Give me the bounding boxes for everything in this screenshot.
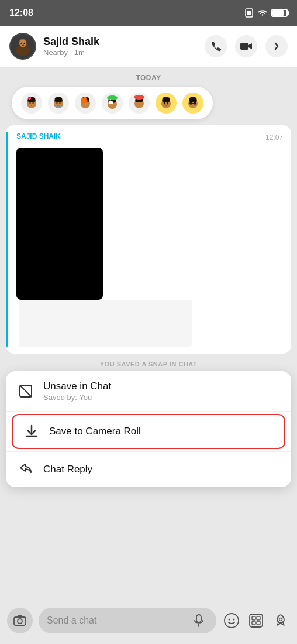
svg-point-6: [19, 40, 26, 47]
camera-button[interactable]: [7, 608, 33, 633]
svg-rect-46: [250, 614, 263, 627]
svg-rect-1: [247, 11, 251, 15]
svg-point-40: [18, 619, 22, 624]
reaction-bar: [12, 87, 213, 119]
svg-point-44: [229, 619, 230, 621]
mic-svg-icon: [194, 614, 204, 627]
video-icon: [240, 42, 253, 51]
reply-text: Chat Reply: [43, 464, 279, 475]
svg-point-51: [279, 618, 282, 621]
status-bar: 12:08: [0, 0, 297, 26]
svg-point-43: [225, 614, 239, 628]
sticker-button[interactable]: [247, 611, 265, 630]
bottom-bar: Send a chat: [0, 597, 297, 644]
reaction-fire[interactable]: [74, 91, 97, 115]
chat-input-container[interactable]: Send a chat: [39, 608, 216, 633]
save-camera-icon: [23, 423, 40, 440]
save-camera-menu-item[interactable]: Save to Camera Roll: [13, 415, 284, 448]
chat-header: Sajid Shaik Nearby · 1m: [0, 26, 297, 67]
svg-point-18: [56, 105, 57, 107]
message-time: 12:07: [265, 133, 283, 142]
sticker-icon: [248, 612, 264, 629]
reply-label: Chat Reply: [43, 464, 279, 475]
reply-svg-icon: [18, 462, 33, 477]
chat-input-placeholder: Send a chat: [47, 615, 184, 626]
chat-reply-menu-item[interactable]: Chat Reply: [6, 451, 291, 487]
contact-status: Nearby · 1m: [43, 48, 198, 57]
svg-point-16: [57, 102, 58, 104]
svg-point-30: [164, 102, 165, 104]
save-camera-label: Save to Camera Roll: [49, 426, 274, 437]
avatar-image: [11, 34, 35, 59]
download-icon: [23, 423, 40, 440]
message-header: SAJID SHAIK 12:07: [16, 132, 283, 143]
svg-rect-9: [240, 43, 248, 50]
header-actions: [205, 35, 288, 57]
more-button[interactable]: [265, 35, 288, 57]
call-button[interactable]: [205, 35, 227, 57]
unsave-svg-icon: [18, 383, 33, 399]
wifi-icon: [257, 9, 268, 17]
message-sender: SAJID SHAIK: [16, 132, 61, 141]
phone-icon: [210, 40, 222, 52]
reaction-yellow-icon: [155, 92, 177, 114]
svg-rect-50: [257, 621, 260, 625]
avatar[interactable]: [9, 33, 36, 60]
reaction-cry[interactable]: [47, 91, 70, 115]
svg-point-17: [60, 102, 61, 104]
save-camera-highlighted: Save to Camera Roll: [12, 414, 285, 449]
header-info: Sajid Shaik Nearby · 1m: [43, 36, 198, 57]
reaction-thumbsup[interactable]: [101, 91, 124, 115]
reaction-thumbsdown[interactable]: [127, 91, 151, 115]
unsave-sublabel: Saved by: You: [43, 393, 279, 402]
reaction-cool[interactable]: [181, 91, 205, 115]
reaction-heart[interactable]: [20, 91, 43, 115]
rocket-icon: [272, 612, 289, 629]
svg-point-13: [33, 102, 34, 104]
chat-area: TODAY: [0, 67, 297, 597]
svg-line-38: [20, 385, 32, 397]
unsave-menu-item[interactable]: Unsave in Chat Saved by: You: [6, 371, 291, 412]
svg-rect-49: [252, 621, 255, 625]
svg-rect-35: [194, 102, 196, 105]
status-time: 12:08: [9, 8, 33, 18]
emoji-icon: [223, 612, 240, 629]
svg-point-24: [107, 95, 118, 100]
snap-image[interactable]: [16, 148, 103, 300]
microphone-icon[interactable]: [189, 611, 208, 630]
reaction-yellow[interactable]: [154, 91, 178, 115]
chevron-right-icon: [274, 42, 279, 51]
status-icons: [244, 8, 288, 18]
svg-rect-48: [257, 616, 260, 620]
message-accent: [6, 132, 8, 347]
svg-point-27: [134, 95, 144, 100]
svg-rect-47: [252, 616, 255, 620]
reaction-thumbsup-icon: [101, 92, 123, 114]
save-camera-text: Save to Camera Roll: [49, 426, 274, 437]
svg-point-19: [60, 105, 61, 107]
contact-name: Sajid Shaik: [43, 36, 198, 48]
context-menu: Unsave in Chat Saved by: You Save to Cam…: [6, 371, 291, 487]
emoji-button[interactable]: [222, 611, 241, 630]
svg-point-7: [21, 43, 22, 44]
reply-icon: [18, 461, 34, 478]
battery-icon: [271, 9, 288, 17]
rocket-button[interactable]: [271, 611, 290, 630]
svg-rect-39: [14, 617, 26, 625]
svg-rect-41: [196, 615, 201, 622]
day-label: TODAY: [0, 67, 297, 87]
camera-icon: [13, 615, 26, 626]
video-button[interactable]: [235, 35, 257, 57]
message-bubble: SAJID SHAIK 12:07: [6, 125, 291, 354]
sim-icon: [244, 8, 254, 18]
saved-label: YOU SAVED A SNAP IN CHAT: [0, 357, 297, 371]
svg-point-31: [167, 102, 168, 104]
svg-rect-34: [189, 102, 192, 105]
unsave-text: Unsave in Chat Saved by: You: [43, 381, 279, 402]
reaction-heart-icon: [20, 92, 43, 114]
svg-point-8: [24, 43, 25, 44]
svg-point-12: [30, 102, 31, 104]
reaction-cool-icon: [182, 92, 204, 114]
unsave-icon: [18, 383, 34, 399]
reaction-cry-icon: [47, 92, 70, 114]
